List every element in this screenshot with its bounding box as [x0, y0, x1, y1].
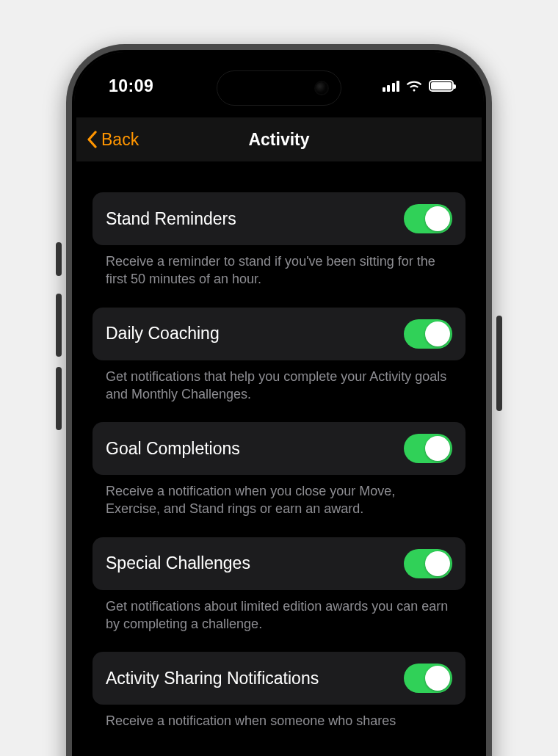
battery-icon — [429, 80, 454, 92]
cellular-signal-icon — [383, 80, 400, 92]
toggle-activity-sharing[interactable] — [404, 664, 452, 693]
status-time: 10:09 — [109, 76, 153, 96]
status-bar: 10:09 — [76, 54, 482, 117]
setting-description: Get notifications that help you complete… — [93, 360, 465, 423]
phone-frame: 10:09 — [66, 44, 492, 756]
setting-description: Receive a notification when someone who … — [93, 705, 465, 749]
setting-row-activity-sharing[interactable]: Activity Sharing Notifications — [93, 652, 465, 705]
phone-volume-down-button — [56, 367, 62, 430]
phone-side-button — [56, 242, 62, 276]
chevron-left-icon — [87, 131, 98, 148]
setting-label: Activity Sharing Notifications — [106, 669, 319, 688]
nav-bar: Back Activity — [76, 117, 482, 161]
toggle-daily-coaching[interactable] — [404, 319, 452, 349]
toggle-goal-completions[interactable] — [404, 434, 452, 463]
status-indicators — [383, 80, 454, 92]
settings-content: Stand Reminders Receive a reminder to st… — [76, 161, 482, 756]
setting-label: Daily Coaching — [106, 324, 220, 344]
setting-row-stand-reminders[interactable]: Stand Reminders — [93, 192, 465, 245]
toggle-special-challenges[interactable] — [404, 549, 452, 578]
setting-description: Get notifications about limited edition … — [93, 590, 465, 653]
phone-screen: 10:09 — [76, 54, 482, 756]
back-label: Back — [101, 130, 139, 150]
setting-label: Goal Completions — [106, 439, 240, 459]
setting-row-goal-completions[interactable]: Goal Completions — [93, 422, 465, 475]
setting-label: Stand Reminders — [106, 209, 236, 229]
setting-row-daily-coaching[interactable]: Daily Coaching — [93, 308, 465, 360]
setting-description: Receive a reminder to stand if you've be… — [93, 245, 465, 308]
setting-description: Receive a notification when you close yo… — [93, 475, 465, 537]
phone-power-button — [496, 316, 502, 411]
phone-volume-up-button — [56, 294, 62, 357]
setting-label: Special Challenges — [106, 553, 250, 573]
setting-row-special-challenges[interactable]: Special Challenges — [93, 537, 465, 590]
page-canvas: 10:09 — [0, 0, 558, 756]
back-button[interactable]: Back — [87, 130, 139, 150]
wifi-icon — [406, 80, 422, 92]
toggle-stand-reminders[interactable] — [404, 204, 452, 233]
